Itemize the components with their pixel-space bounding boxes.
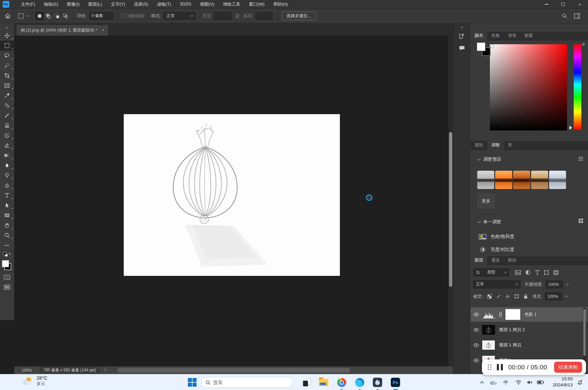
layers-scrollbar[interactable] <box>583 308 586 363</box>
height-input[interactable] <box>255 12 273 20</box>
selection-mode-subtract[interactable] <box>53 12 61 20</box>
layer-visibility-toggle[interactable] <box>471 328 482 332</box>
adjustment-presets-header[interactable]: 调整预设 <box>478 156 501 162</box>
lock-artboard-icon[interactable] <box>514 294 519 298</box>
opacity-input[interactable]: 100% <box>546 280 563 289</box>
horizontal-scrollbar[interactable] <box>114 366 447 374</box>
select-and-mask-button[interactable]: 选择并遮住... <box>282 12 316 20</box>
dock-collapse-button[interactable]: « <box>453 23 471 29</box>
layer-mask-thumbnail[interactable] <box>505 309 520 320</box>
menu-help[interactable]: 帮助(H) <box>269 1 292 7</box>
start-button[interactable] <box>187 377 197 387</box>
filter-pixel-layers-icon[interactable] <box>515 270 521 275</box>
preset-list-view-icon[interactable] <box>578 156 583 161</box>
layer-name[interactable]: 色阶 1 <box>524 311 537 317</box>
frame-tool[interactable] <box>0 81 14 91</box>
tab-color[interactable]: 颜色 <box>471 31 487 41</box>
preset-thumbnail-sunset[interactable] <box>495 171 512 189</box>
style-select[interactable]: 正常 <box>164 12 196 20</box>
lock-transparency-icon[interactable] <box>487 294 492 299</box>
mask-link-icon[interactable] <box>499 312 503 317</box>
hue-slider[interactable] <box>574 44 581 130</box>
tab-channels[interactable]: 通道 <box>487 256 504 265</box>
path-selection-tool[interactable] <box>0 200 14 210</box>
layer-visibility-toggle[interactable] <box>471 312 482 317</box>
chevron-right-icon[interactable] <box>103 368 106 371</box>
clone-stamp-tool[interactable] <box>0 120 14 130</box>
tab-properties[interactable]: 属性 <box>471 140 487 150</box>
search-button[interactable] <box>562 13 567 19</box>
history-brush-tool[interactable] <box>0 130 14 140</box>
horizontal-scroll-thumb[interactable] <box>117 368 350 373</box>
hand-tool[interactable] <box>0 220 14 230</box>
tab-libraries[interactable]: 库 <box>504 140 516 150</box>
cat-app-button[interactable] <box>372 377 382 387</box>
single-adjustments-header[interactable]: 单一调整 <box>478 219 501 225</box>
onedrive-tray-button[interactable] <box>488 377 498 387</box>
blur-tool[interactable] <box>0 160 14 170</box>
hue-slider-marker[interactable] <box>569 126 572 130</box>
preset-thumbnail-hazy[interactable] <box>549 171 566 189</box>
layer-visibility-toggle[interactable] <box>471 358 482 363</box>
chrome-button[interactable] <box>337 377 347 387</box>
vertical-scroll-thumb[interactable] <box>449 132 452 287</box>
more-presets-button[interactable]: 更多 <box>477 193 495 209</box>
canvas[interactable] <box>124 114 340 276</box>
battery-tray-button[interactable] <box>535 377 545 387</box>
filter-shape-layers-icon[interactable] <box>544 270 549 275</box>
pen-tool[interactable] <box>0 180 14 190</box>
lock-position-icon[interactable] <box>505 294 510 299</box>
crop-tool[interactable] <box>0 71 14 81</box>
edge-button[interactable] <box>355 377 365 387</box>
width-input[interactable] <box>214 12 231 20</box>
zoom-level[interactable]: 100% <box>22 368 32 373</box>
menu-select[interactable]: 选择(S) <box>129 1 152 7</box>
layer-name[interactable]: 图层 1 拷贝 <box>499 342 521 348</box>
filter-type-layers-icon[interactable] <box>535 270 539 275</box>
lasso-tool[interactable] <box>0 51 14 61</box>
export-panel-button[interactable] <box>457 32 467 41</box>
maximize-button[interactable] <box>555 0 571 9</box>
selection-mode-new[interactable] <box>35 12 44 20</box>
layer-row-levels[interactable]: 色阶 1 <box>471 307 587 322</box>
preset-thumbnail-bw[interactable] <box>477 171 494 189</box>
filter-adjustment-layers-icon[interactable] <box>525 270 530 275</box>
brush-tool[interactable] <box>0 110 14 120</box>
menu-image[interactable]: 图像(I) <box>63 1 84 7</box>
toolbar-collapse-button[interactable]: » <box>6 23 8 31</box>
eraser-tool[interactable] <box>0 140 14 150</box>
search-input[interactable] <box>213 380 280 385</box>
fill-input[interactable]: 100% <box>545 292 562 300</box>
selection-mode-add[interactable] <box>44 12 53 20</box>
menu-edit[interactable]: 编辑(E) <box>40 1 63 7</box>
preset-thumbnail-warm-dark[interactable] <box>513 171 530 189</box>
layer-row-copy[interactable]: 图层 1 拷贝 <box>471 338 587 353</box>
photoshop-taskbar-button[interactable]: Ps <box>390 377 400 387</box>
document-tab[interactable]: 例 (2).png @ 100% (色阶 1, 图层蒙版/8) * × <box>17 25 108 36</box>
layer-thumbnail[interactable] <box>482 340 495 350</box>
color-saturation-field[interactable] <box>490 44 567 130</box>
selection-mode-intersect[interactable] <box>61 12 70 20</box>
color-field-marker[interactable] <box>491 45 494 48</box>
blend-mode-select[interactable]: 正常 <box>473 280 520 289</box>
layer-row-copy2[interactable]: 图层 1 拷贝 2 <box>471 322 587 337</box>
chevron-down-icon[interactable] <box>566 283 568 285</box>
tab-gradients[interactable]: 渐变 <box>504 31 520 41</box>
shape-tool[interactable] <box>0 210 14 220</box>
menu-filter[interactable]: 滤镜(T) <box>153 1 176 7</box>
workspace-switcher-button[interactable] <box>574 13 580 19</box>
tab-adjustments[interactable]: 调整 <box>487 140 504 150</box>
drag-handle-icon[interactable] <box>488 364 492 370</box>
menu-plugins[interactable]: 增效工具 <box>219 1 244 7</box>
menu-layer[interactable]: 图层(L) <box>84 1 106 7</box>
adjustment-hue-saturation[interactable]: 色相/饱和度 <box>479 234 514 240</box>
move-tool[interactable] <box>0 31 14 41</box>
ime-indicator[interactable]: 中 <box>501 377 511 387</box>
tab-layers[interactable]: 图层 <box>471 256 487 265</box>
menu-file[interactable]: 文件(F) <box>17 1 40 7</box>
screen-mode-button[interactable] <box>0 282 14 292</box>
minimize-button[interactable] <box>538 0 555 9</box>
adjustment-brightness-contrast[interactable]: 亮度/对比度 <box>479 246 514 253</box>
panel-menu-icon[interactable]: ≡ <box>582 42 585 47</box>
stop-recording-button[interactable]: 结束录制 <box>554 362 582 373</box>
